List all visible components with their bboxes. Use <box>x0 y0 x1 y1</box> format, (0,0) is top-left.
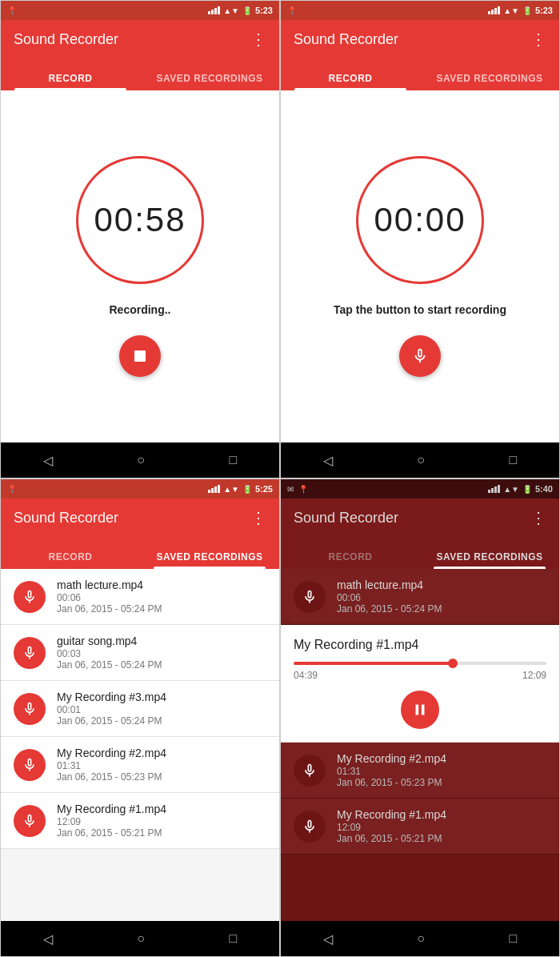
mic-icon-3-3 <box>22 701 38 717</box>
tab-record-1[interactable]: RECORD <box>1 73 140 90</box>
recording-name-3-2: guitar song.mp4 <box>57 635 266 647</box>
battery-icon-4: 🔋 <box>522 485 532 494</box>
menu-button-3[interactable]: ⋮ <box>250 508 266 527</box>
app-title-4: Sound Recorder <box>294 510 398 527</box>
tab-record-4[interactable]: RECORD <box>281 551 420 569</box>
recording-name-3-4: My Recording #2.mp4 <box>57 747 266 759</box>
notification-icon: 📍 <box>7 6 17 15</box>
recording-item-3-2[interactable]: guitar song.mp4 00:03 Jan 06, 2015 - 05:… <box>1 625 279 681</box>
player-title-4: My Recording #1.mp4 <box>294 638 546 652</box>
tabs-3: RECORD SAVED RECORDINGS <box>1 537 279 569</box>
back-button-1[interactable]: ◁ <box>43 453 53 468</box>
recent-button-4[interactable]: □ <box>510 931 518 946</box>
signal-icon-3 <box>208 485 220 493</box>
recording-item-4-3[interactable]: My Recording #2.mp4 01:31 Jan 06, 2015 -… <box>281 743 559 799</box>
menu-button-2[interactable]: ⋮ <box>530 30 546 49</box>
panel-idle: 📍 ▲▼ 🔋 5:23 Sound Recorder ⋮ RECORD SAVE… <box>280 0 560 478</box>
nav-bar-4: ◁ ○ □ <box>281 921 559 956</box>
recording-duration-3-4: 01:31 <box>57 760 266 771</box>
stop-button-1[interactable] <box>119 335 161 377</box>
status-bar-1: 📍 ▲▼ 🔋 5:23 <box>1 1 279 20</box>
app-title-1: Sound Recorder <box>14 31 118 48</box>
time-display-2: 5:23 <box>535 6 553 15</box>
recording-icon-4-3 <box>294 755 326 787</box>
app-title-3: Sound Recorder <box>14 510 118 527</box>
record-status-1: Recording.. <box>109 303 170 316</box>
signal-icon-4 <box>488 485 500 493</box>
menu-button-1[interactable]: ⋮ <box>250 30 266 49</box>
back-button-3[interactable]: ◁ <box>43 931 53 947</box>
tab-record-3[interactable]: RECORD <box>1 551 140 569</box>
tab-saved-4[interactable]: SAVED RECORDINGS <box>420 551 559 569</box>
recording-icon-3-2 <box>14 637 46 669</box>
tab-record-2[interactable]: RECORD <box>281 73 420 90</box>
recent-button-2[interactable]: □ <box>510 453 518 467</box>
mic-icon-3-5 <box>22 813 38 829</box>
network-type-2: ▲▼ <box>503 6 519 15</box>
saved-screen-3: math lecture.mp4 00:06 Jan 06, 2015 - 05… <box>1 569 279 921</box>
recent-button-3[interactable]: □ <box>230 931 238 946</box>
recording-info-4-1: math lecture.mp4 00:06 Jan 06, 2015 - 05… <box>337 579 546 615</box>
recent-button-1[interactable]: □ <box>230 453 238 467</box>
player-total-time-4: 12:09 <box>522 670 546 681</box>
recording-info-3-3: My Recording #3.mp4 00:01 Jan 06, 2015 -… <box>57 691 266 727</box>
mic-icon <box>411 347 429 365</box>
home-button-3[interactable]: ○ <box>137 931 145 946</box>
battery-icon-2: 🔋 <box>522 6 532 15</box>
nav-bar-1: ◁ ○ □ <box>1 442 279 478</box>
tab-saved-1[interactable]: SAVED RECORDINGS <box>140 73 279 90</box>
recording-info-3-2: guitar song.mp4 00:03 Jan 06, 2015 - 05:… <box>57 635 266 671</box>
tab-saved-2[interactable]: SAVED RECORDINGS <box>420 73 559 90</box>
recording-info-4-3: My Recording #2.mp4 01:31 Jan 06, 2015 -… <box>337 752 546 788</box>
recording-date-4-4: Jan 06, 2015 - 05:21 PM <box>337 833 546 844</box>
time-display-4: 5:40 <box>535 484 553 494</box>
recording-item-3-5[interactable]: My Recording #1.mp4 12:09 Jan 06, 2015 -… <box>1 793 279 849</box>
tabs-2: RECORD SAVED RECORDINGS <box>281 58 559 90</box>
recording-item-4-1[interactable]: math lecture.mp4 00:06 Jan 06, 2015 - 05… <box>281 569 559 625</box>
menu-button-4[interactable]: ⋮ <box>530 508 546 527</box>
time-display-3: 5:25 <box>255 484 273 494</box>
record-button-2[interactable] <box>399 335 441 377</box>
home-button-1[interactable]: ○ <box>137 453 145 467</box>
stop-icon <box>133 349 147 363</box>
recording-duration-3-3: 00:01 <box>57 704 266 715</box>
recording-date-3-2: Jan 06, 2015 - 05:24 PM <box>57 659 266 671</box>
back-button-4[interactable]: ◁ <box>323 931 333 947</box>
notification-icon-2: 📍 <box>287 6 297 15</box>
panel-recording: 📍 ▲▼ 🔋 5:23 Sound Recorder ⋮ RECORD SAVE… <box>0 0 280 478</box>
recording-info-3-5: My Recording #1.mp4 12:09 Jan 06, 2015 -… <box>57 803 266 839</box>
recording-item-3-3[interactable]: My Recording #3.mp4 00:01 Jan 06, 2015 -… <box>1 681 279 737</box>
recording-date-4-3: Jan 06, 2015 - 05:23 PM <box>337 777 546 788</box>
recording-icon-4-1 <box>294 581 326 613</box>
home-button-2[interactable]: ○ <box>417 453 425 467</box>
mic-icon-3-1 <box>22 589 38 605</box>
recording-name-3-1: math lecture.mp4 <box>57 579 266 591</box>
recording-item-3-4[interactable]: My Recording #2.mp4 01:31 Jan 06, 2015 -… <box>1 737 279 793</box>
recording-info-4-4: My Recording #1.mp4 12:09 Jan 06, 2015 -… <box>337 808 546 844</box>
signal-icon-2 <box>488 6 500 14</box>
player-progress-bar-4[interactable] <box>294 662 546 665</box>
time-display-1: 5:23 <box>255 6 273 15</box>
battery-icon: 🔋 <box>242 6 252 15</box>
notification-icon-3: 📍 <box>7 485 17 494</box>
mic-icon-3-2 <box>22 645 38 661</box>
panel-saved-player: ✉ 📍 ▲▼ 🔋 5:40 Sound Recorder ⋮ RECORD SA… <box>280 478 560 957</box>
signal-icon <box>208 6 220 14</box>
record-screen-1: 00:58 Recording.. <box>1 90 279 442</box>
location-icon-4: 📍 <box>298 485 308 494</box>
nav-bar-2: ◁ ○ □ <box>281 442 559 478</box>
recording-icon-3-3 <box>14 693 46 725</box>
recording-item-4-4[interactable]: My Recording #1.mp4 12:09 Jan 06, 2015 -… <box>281 799 559 855</box>
recording-date-3-4: Jan 06, 2015 - 05:23 PM <box>57 771 266 783</box>
network-type-3: ▲▼ <box>223 485 239 494</box>
recording-icon-3-4 <box>14 749 46 781</box>
recording-date-4-1: Jan 06, 2015 - 05:24 PM <box>337 603 546 615</box>
back-button-2[interactable]: ◁ <box>323 453 333 468</box>
recording-item-3-1[interactable]: math lecture.mp4 00:06 Jan 06, 2015 - 05… <box>1 569 279 625</box>
pause-icon-4 <box>411 701 429 719</box>
tab-saved-3[interactable]: SAVED RECORDINGS <box>140 551 279 569</box>
recording-icon-3-5 <box>14 805 46 837</box>
home-button-4[interactable]: ○ <box>417 931 425 946</box>
pause-button-4[interactable] <box>401 691 439 729</box>
app-title-2: Sound Recorder <box>294 31 398 48</box>
